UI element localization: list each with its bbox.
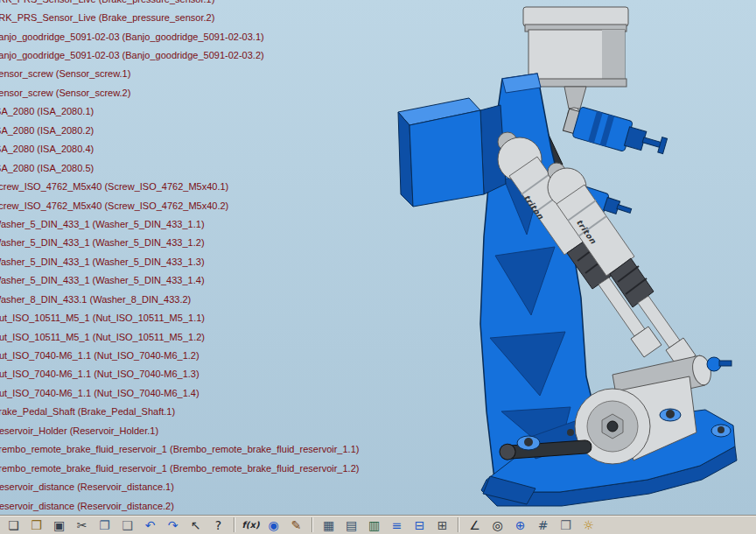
copy-button[interactable]: ❐ [94, 516, 116, 534]
chat-globe-button[interactable]: ◉ [262, 516, 284, 534]
calculator-button[interactable]: ⊞ [431, 516, 453, 534]
open-folder-icon: ❒ [31, 519, 42, 531]
product-structure-icon: ≡ [392, 519, 402, 531]
tree-item[interactable]: Nut_ISO_7040-M6_1.1 (Nut_ISO_7040-M6_1.3… [0, 365, 359, 383]
chat-globe-icon: ◉ [268, 519, 278, 531]
pen-icon: ✎ [291, 519, 302, 531]
lens-icon: ◎ [492, 519, 502, 531]
paste-icon: ❑ [122, 519, 133, 531]
pedal-pad[interactable] [398, 98, 506, 207]
design-table-button[interactable]: ▦ [318, 516, 340, 534]
design-table-icon: ▦ [323, 519, 334, 531]
tree-item[interactable]: Washer_5_DIN_433_1 (Washer_5_DIN_433_1.2… [0, 234, 359, 252]
toolbar-separator [234, 517, 235, 532]
formula-icon: f(x) [242, 521, 260, 530]
copy-icon: ❐ [99, 519, 110, 531]
tree-item[interactable]: Nut_ISO_7040-M6_1.1 (Nut_ISO_7040-M6_1.2… [0, 346, 359, 364]
spec-tree: BRK_PRS_Sensor_Live (Brake_pressure_sens… [0, 0, 359, 515]
toolbar-separator [458, 517, 459, 532]
grid-icon: # [538, 519, 549, 531]
tree-item[interactable]: Reservoir_distance (Reservoir_distance.1… [0, 477, 359, 495]
pen-button[interactable]: ✎ [285, 516, 307, 534]
tree-item[interactable]: Nut_ISO_10511_M5_1 (Nut_ISO_10511_M5_1.1… [0, 308, 359, 327]
tree-item[interactable]: Washer_5_DIN_433_1 (Washer_5_DIN_433_1.1… [0, 214, 359, 233]
tree-item[interactable]: Screw_ISO_4762_M5x40 (Screw_ISO_4762_M5x… [0, 196, 359, 214]
tree-item[interactable]: BRK_PRS_Sensor_Live (Brake_pressure_sens… [0, 0, 359, 8]
tree-item[interactable]: Reservoir_Holder (Reservoir_Holder.1) [0, 421, 359, 439]
boss-bolt[interactable] [718, 426, 724, 433]
brake-pressure-sensor[interactable] [562, 103, 668, 162]
toolbar-separator [312, 517, 313, 532]
mounting-boss-1[interactable] [517, 436, 540, 450]
light-bulb-icon: ☼ [583, 519, 594, 531]
tree-item[interactable]: ISA_2080 (ISA_2080.1) [0, 102, 359, 121]
tree-item[interactable]: BRK_PRS_Sensor_Live (Brake_pressure_sens… [0, 8, 359, 26]
cube-icon: ❒ [560, 519, 571, 531]
light-bulb-button[interactable]: ☼ [578, 516, 599, 534]
spreadsheet-icon: ▤ [346, 519, 357, 531]
axis-target-icon: ⊕ [515, 519, 526, 531]
paste-button[interactable]: ❑ [116, 516, 138, 534]
tree-item[interactable]: Washer_5_DIN_433_1 (Washer_5_DIN_433_1.3… [0, 252, 359, 271]
undo-button[interactable]: ↶ [139, 516, 161, 534]
tree-item[interactable]: Washer_8_DIN_433.1 (Washer_8_DIN_433.2) [0, 290, 359, 308]
cube-button[interactable]: ❒ [555, 516, 577, 534]
bar-chart-icon: ▥ [368, 519, 380, 531]
mounting-boss-3[interactable] [711, 425, 731, 437]
lens-button[interactable]: ◎ [486, 516, 508, 534]
tree-item[interactable]: Brembo_remote_brake_fluid_reservoir_1 (B… [0, 459, 359, 477]
tree-item[interactable]: Nut_ISO_7040-M6_1.1 (Nut_ISO_7040-M6_1.4… [0, 383, 359, 402]
balance-bar-pin[interactable] [719, 361, 732, 366]
cut-button[interactable]: ✂ [71, 516, 93, 534]
calculator-icon: ⊞ [438, 519, 448, 531]
cut-icon: ✂ [77, 519, 88, 531]
base-screw[interactable] [567, 429, 574, 436]
graph-tree-icon: ⊟ [415, 519, 425, 531]
tree-item[interactable]: ISA_2080 (ISA_2080.4) [0, 140, 359, 158]
pedal-pad-face[interactable] [410, 110, 484, 207]
tree-item[interactable]: Sensor_screw (Sensor_screw.1) [0, 65, 359, 83]
3d-viewport[interactable]: triton triton [0, 0, 756, 515]
grid-button[interactable]: # [532, 516, 554, 534]
reservoir-body-shade [602, 30, 625, 81]
new-document-icon: ❏ [8, 519, 19, 531]
reservoir-neck[interactable] [564, 87, 586, 109]
axis-target-button[interactable]: ⊕ [509, 516, 531, 534]
measure-button[interactable]: ∠ [464, 516, 486, 534]
boss-bolt[interactable] [666, 410, 675, 418]
save-icon: ▣ [53, 519, 65, 531]
redo-button[interactable]: ↷ [162, 516, 184, 534]
help-icon: ? [215, 519, 221, 531]
measure-icon: ∠ [469, 519, 480, 531]
bottom-toolbar: ❏❒▣✂❐❑↶↷↖?f(x)◉✎▦▤▥≡⊟⊞∠◎⊕#❒☼ [0, 515, 756, 534]
new-document-button[interactable]: ❏ [3, 516, 24, 534]
formula-button[interactable]: f(x) [240, 516, 262, 534]
tree-item[interactable]: Banjo_goodridge_5091-02-03 (Banjo_goodri… [0, 46, 359, 64]
help-button[interactable]: ? [207, 516, 229, 534]
context-help-button[interactable]: ↖ [185, 516, 206, 534]
reservoir-cap[interactable] [523, 7, 628, 26]
banjo-pin[interactable] [617, 205, 632, 214]
tree-item[interactable]: Nut_ISO_10511_M5_1 (Nut_ISO_10511_M5_1.2… [0, 327, 359, 346]
tree-item[interactable]: Banjo_goodridge_5091-02-03 (Banjo_goodri… [0, 27, 359, 46]
redo-icon: ↷ [168, 519, 178, 531]
tree-item[interactable]: Brake_Pedal_Shaft (Brake_Pedal_Shaft.1) [0, 403, 359, 421]
tree-item[interactable]: ISA_2080 (ISA_2080.2) [0, 121, 359, 139]
tree-item[interactable]: Washer_5_DIN_433_1 (Washer_5_DIN_433_1.4… [0, 271, 359, 290]
undo-icon: ↶ [145, 519, 156, 531]
product-structure-button[interactable]: ≡ [386, 516, 408, 534]
tree-item[interactable]: Reservoir_distance (Reservoir_distance.2… [0, 496, 359, 515]
tree-item[interactable]: Screw_ISO_4762_M5x40 (Screw_ISO_4762_M5x… [0, 177, 359, 195]
spreadsheet-button[interactable]: ▤ [340, 516, 362, 534]
pivot-bolt[interactable] [607, 421, 618, 432]
mounting-boss-2[interactable] [660, 409, 681, 421]
bar-chart-button[interactable]: ▥ [363, 516, 385, 534]
boss-bolt[interactable] [524, 438, 533, 446]
tree-item[interactable]: Brembo_remote_brake_fluid_reservoir_1 (B… [0, 440, 359, 459]
open-folder-button[interactable]: ❒ [25, 516, 47, 534]
save-button[interactable]: ▣ [48, 516, 70, 534]
graph-tree-button[interactable]: ⊟ [409, 516, 430, 534]
context-help-icon: ↖ [191, 519, 201, 531]
tree-item[interactable]: Sensor_screw (Sensor_screw.2) [0, 83, 359, 102]
tree-item[interactable]: ISA_2080 (ISA_2080.5) [0, 158, 359, 177]
